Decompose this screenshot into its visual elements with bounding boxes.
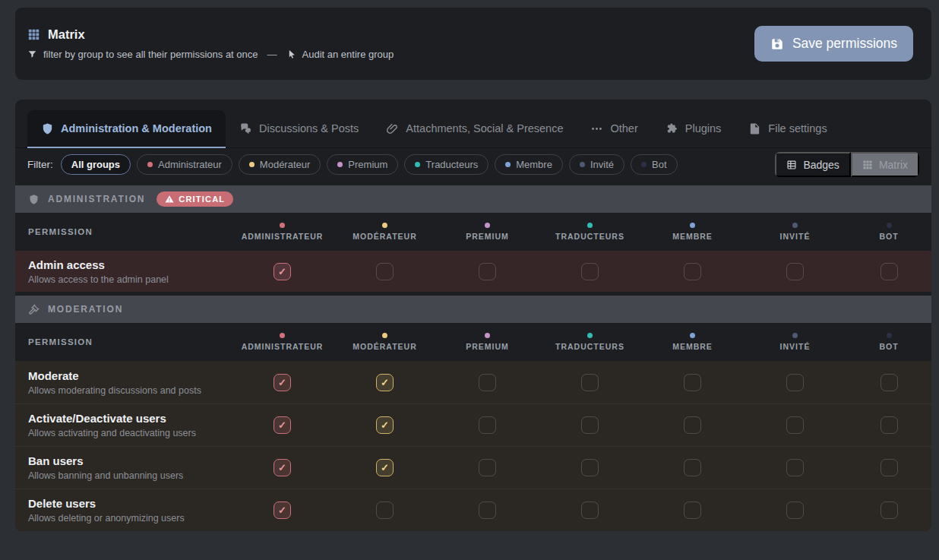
permission-checkbox-moderate-premium[interactable] bbox=[479, 374, 496, 391]
permission-cell: ModerateAllows moderating discussions an… bbox=[15, 369, 231, 396]
filter-pill-mod-rateur[interactable]: Modérateur bbox=[239, 154, 321, 175]
filter-pill-invit[interactable]: Invité bbox=[569, 154, 624, 175]
permission-checkbox-moderate-traducteurs[interactable] bbox=[581, 374, 599, 391]
hint-filter-text: filter by group to see all their permiss… bbox=[43, 49, 258, 60]
tab-label: Attachments, Social & Presence bbox=[406, 122, 563, 134]
permission-checkbox-admin-access-mod-rateur[interactable] bbox=[376, 263, 394, 280]
matrix-grid-icon bbox=[27, 28, 40, 41]
tab-plugins[interactable]: Plugins bbox=[652, 110, 735, 148]
checkbox-cell bbox=[436, 263, 539, 280]
permission-checkbox-admin-access-administrateur[interactable]: ✓ bbox=[273, 263, 291, 280]
tab-administration-moderation[interactable]: Administration & Moderation bbox=[27, 110, 226, 148]
group-column-label: BOT bbox=[879, 342, 898, 351]
checkbox-cell: ✓ bbox=[231, 416, 334, 434]
permission-checkbox-ban-users-premium[interactable] bbox=[479, 459, 496, 476]
checkbox-cell bbox=[436, 416, 539, 434]
checkbox-cell bbox=[539, 263, 641, 280]
permission-checkbox-moderate-invit[interactable] bbox=[786, 374, 804, 391]
section-title: ADMINISTRATION bbox=[48, 194, 145, 204]
permission-checkbox-admin-access-membre[interactable] bbox=[684, 263, 701, 280]
view-toggle-badges[interactable]: Badges bbox=[775, 152, 850, 177]
permission-checkbox-delete-users-mod-rateur[interactable] bbox=[376, 501, 394, 519]
critical-badge-label: CRITICAL bbox=[179, 195, 225, 204]
cursor-pointer-icon bbox=[286, 49, 296, 59]
filter-pill-administrateur[interactable]: Administrateur bbox=[137, 154, 232, 175]
checkbox-cell bbox=[744, 459, 846, 476]
permission-checkbox-ban-users-bot[interactable] bbox=[881, 459, 898, 476]
hint-audit-text: Audit an entire group bbox=[302, 49, 394, 60]
permission-checkbox-admin-access-premium[interactable] bbox=[479, 263, 496, 280]
group-column-label: INVITÉ bbox=[780, 342, 811, 351]
permission-checkbox-moderate-administrateur[interactable]: ✓ bbox=[273, 374, 291, 391]
tab-attachments-social-presence[interactable]: Attachments, Social & Presence bbox=[372, 110, 577, 148]
permission-row-delete-users: Delete usersAllows deleting or anonymizi… bbox=[15, 489, 931, 531]
permission-checkbox-ban-users-traducteurs[interactable] bbox=[581, 459, 599, 476]
filter-pill-traducteurs[interactable]: Traducteurs bbox=[404, 154, 488, 175]
ellipsis-icon bbox=[590, 122, 603, 135]
shield-icon bbox=[41, 122, 54, 135]
checkbox-cell: ✓ bbox=[231, 501, 334, 519]
checkbox-cell bbox=[641, 501, 744, 519]
view-toggle-label: Badges bbox=[803, 159, 839, 171]
permission-checkbox-moderate-bot[interactable] bbox=[881, 374, 898, 391]
permission-cell: Delete usersAllows deleting or anonymizi… bbox=[15, 497, 231, 524]
permission-row-ban-users: Ban usersAllows banning and unbanning us… bbox=[15, 446, 931, 489]
permission-checkbox-moderate-membre[interactable] bbox=[684, 374, 701, 391]
permission-description: Allows access to the admin panel bbox=[28, 274, 231, 285]
tab-other[interactable]: Other bbox=[577, 110, 651, 148]
permission-checkbox-delete-users-membre[interactable] bbox=[684, 501, 701, 519]
matrix-header-card: Matrix filter by group to see all their … bbox=[15, 8, 931, 80]
permission-checkbox-activate-deactivate-users-premium[interactable] bbox=[479, 416, 496, 434]
permission-title: Moderate bbox=[28, 369, 231, 382]
permission-checkbox-activate-deactivate-users-bot[interactable] bbox=[881, 416, 898, 434]
group-column-label: PREMIUM bbox=[466, 232, 509, 241]
filter-pill-membre[interactable]: Membre bbox=[495, 154, 563, 175]
group-color-dot bbox=[382, 333, 387, 338]
checkbox-cell: ✓ bbox=[231, 263, 334, 280]
permission-checkbox-activate-deactivate-users-administrateur[interactable]: ✓ bbox=[273, 416, 291, 434]
permission-checkbox-activate-deactivate-users-mod-rateur[interactable]: ✓ bbox=[376, 416, 394, 434]
filter-pill-premium[interactable]: Premium bbox=[327, 154, 398, 175]
section-header-administration: ADMINISTRATIONCRITICAL bbox=[15, 185, 931, 213]
checkbox-cell bbox=[641, 416, 744, 434]
tab-discussions-posts[interactable]: Discussions & Posts bbox=[226, 110, 372, 148]
permission-checkbox-delete-users-traducteurs[interactable] bbox=[581, 501, 599, 519]
permission-checkbox-admin-access-invit[interactable] bbox=[786, 263, 804, 280]
permission-checkbox-delete-users-invit[interactable] bbox=[786, 501, 804, 519]
permission-checkbox-admin-access-traducteurs[interactable] bbox=[581, 263, 599, 280]
checkbox-cell bbox=[846, 459, 931, 476]
permission-checkbox-activate-deactivate-users-membre[interactable] bbox=[684, 416, 701, 434]
permission-checkbox-moderate-mod-rateur[interactable]: ✓ bbox=[376, 374, 394, 391]
tab-file-settings[interactable]: File settings bbox=[735, 110, 840, 148]
group-column-label: TRADUCTEURS bbox=[555, 342, 624, 351]
filter-pill-label: Traducteurs bbox=[425, 159, 478, 170]
checkbox-cell bbox=[846, 501, 931, 519]
permission-checkbox-ban-users-invit[interactable] bbox=[786, 459, 804, 476]
permission-checkbox-ban-users-membre[interactable] bbox=[684, 459, 701, 476]
permission-checkbox-ban-users-mod-rateur[interactable]: ✓ bbox=[376, 459, 394, 476]
permission-checkbox-delete-users-administrateur[interactable]: ✓ bbox=[273, 501, 291, 519]
group-column-header-invit: INVITÉ bbox=[744, 333, 846, 351]
save-permissions-button[interactable]: Save permissions bbox=[754, 26, 913, 62]
checkbox-cell: ✓ bbox=[334, 374, 436, 391]
permission-checkbox-delete-users-premium[interactable] bbox=[479, 501, 496, 519]
filter-pill-all-groups[interactable]: All groups bbox=[61, 154, 131, 175]
checkbox-cell bbox=[744, 416, 846, 434]
checkbox-cell bbox=[744, 374, 846, 391]
checkbox-cell bbox=[539, 416, 641, 434]
permission-checkbox-delete-users-bot[interactable] bbox=[881, 501, 898, 519]
checkbox-cell bbox=[539, 459, 641, 476]
permission-checkbox-activate-deactivate-users-traducteurs[interactable] bbox=[581, 416, 599, 434]
checkbox-cell: ✓ bbox=[334, 416, 436, 434]
tab-label: Administration & Moderation bbox=[61, 122, 212, 134]
group-filter-pills: All groupsAdministrateurModérateurPremiu… bbox=[61, 154, 678, 175]
permissions-panel: Administration & ModerationDiscussions &… bbox=[15, 100, 931, 531]
permission-checkbox-activate-deactivate-users-invit[interactable] bbox=[786, 416, 804, 434]
save-floppy-icon bbox=[770, 37, 784, 51]
permission-checkbox-admin-access-bot[interactable] bbox=[881, 263, 898, 280]
filter-pill-label: Premium bbox=[348, 159, 387, 170]
group-column-header-membre: MEMBRE bbox=[641, 223, 744, 241]
view-toggle-matrix[interactable]: Matrix bbox=[851, 152, 919, 177]
permission-checkbox-ban-users-administrateur[interactable]: ✓ bbox=[273, 459, 291, 476]
filter-pill-bot[interactable]: Bot bbox=[631, 154, 678, 175]
